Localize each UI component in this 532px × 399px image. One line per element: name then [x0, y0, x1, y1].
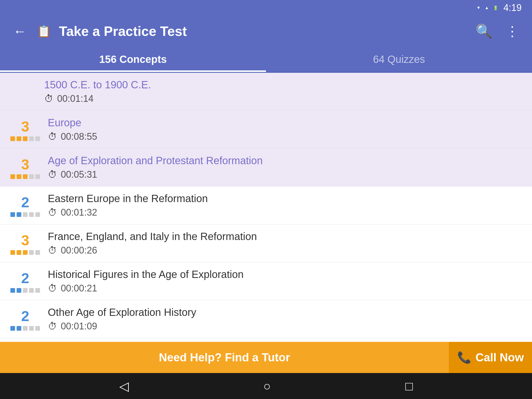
status-bar: ▼ ▲ 🔋 4:19 — [0, 0, 532, 16]
list-item[interactable]: 2Eastern Europe in the Reformation⏱00:01… — [0, 187, 532, 224]
status-time: 4:19 — [503, 2, 522, 13]
item-meta: ⏱00:01:14 — [44, 93, 522, 104]
item-info: Historical Figures in the Age of Explora… — [48, 269, 522, 294]
clock-icon: ⏱ — [48, 207, 57, 218]
app-bar-title: Take a Practice Test — [59, 23, 465, 39]
wifi-icon: ▼ — [476, 5, 481, 10]
item-info: Other Age of Exploration History⏱00:01:0… — [48, 307, 522, 332]
call-now-text: Call Now — [476, 351, 524, 364]
doc-icon: 📋 — [37, 24, 51, 38]
item-meta: ⏱00:05:31 — [48, 169, 522, 180]
content-list: 1500 C.E. to 1900 C.E.⏱00:01:143Europe⏱0… — [0, 73, 532, 342]
tab-quizzes[interactable]: 64 Quizzes — [266, 47, 532, 72]
clock-icon: ⏱ — [48, 131, 57, 142]
clock-icon: ⏱ — [48, 245, 57, 256]
search-button[interactable]: 🔍 — [473, 21, 495, 42]
list-item[interactable]: 3France, England, and Italy in the Refor… — [0, 224, 532, 262]
item-info: France, England, and Italy in the Reform… — [48, 231, 522, 256]
item-title: Other Age of Exploration History — [48, 307, 522, 318]
item-title: Europe — [48, 117, 522, 129]
list-item[interactable]: 2Other Reformation History⏱00:01:03 — [0, 338, 532, 342]
clock-icon: ⏱ — [48, 283, 57, 294]
score-badge: 2 — [10, 270, 40, 293]
battery-icon: 🔋 — [493, 5, 498, 10]
item-time: 00:00:21 — [61, 283, 97, 294]
item-title: Eastern Europe in the Reformation — [48, 193, 522, 204]
score-badge: 3 — [10, 156, 40, 179]
clock-icon: ⏱ — [48, 169, 57, 180]
bottom-banner: Need Help? Find a Tutor 📞 Call Now — [0, 342, 532, 373]
clock-icon: ⏱ — [48, 321, 57, 332]
list-item[interactable]: 3Europe⏱00:08:55 — [0, 111, 532, 149]
item-title: Historical Figures in the Age of Explora… — [48, 269, 522, 280]
tab-concepts[interactable]: 156 Concepts — [0, 47, 266, 72]
item-time: 00:05:31 — [61, 169, 97, 180]
score-badge: 2 — [10, 194, 40, 217]
status-icons: ▼ ▲ 🔋 — [476, 5, 498, 10]
item-meta: ⏱00:08:55 — [48, 131, 522, 142]
item-meta: ⏱00:00:26 — [48, 245, 522, 256]
score-badge: 3 — [10, 232, 40, 255]
item-time: 00:08:55 — [61, 131, 97, 142]
list-item[interactable]: 2Other Age of Exploration History⏱00:01:… — [0, 300, 532, 338]
item-title: France, England, and Italy in the Reform… — [48, 231, 522, 242]
score-badge: 2 — [10, 308, 40, 331]
nav-bar: ◁ ○ □ — [0, 373, 532, 399]
item-meta: ⏱00:00:21 — [48, 283, 522, 294]
item-time: 00:00:26 — [61, 245, 97, 256]
item-info: Age of Exploration and Protestant Reform… — [48, 155, 522, 180]
call-now-button[interactable]: 📞 Call Now — [449, 342, 532, 373]
nav-recents-button[interactable]: □ — [405, 379, 413, 393]
find-tutor-button[interactable]: Need Help? Find a Tutor — [0, 342, 449, 373]
list-item[interactable]: 1500 C.E. to 1900 C.E.⏱00:01:14 — [0, 73, 532, 111]
nav-home-button[interactable]: ○ — [263, 379, 271, 393]
score-badge: 3 — [10, 118, 40, 141]
item-info: Europe⏱00:08:55 — [48, 117, 522, 142]
item-title: Age of Exploration and Protestant Reform… — [48, 155, 522, 167]
phone-icon: 📞 — [457, 351, 471, 364]
item-info: 1500 C.E. to 1900 C.E.⏱00:01:14 — [44, 79, 522, 104]
item-time: 00:01:09 — [61, 321, 97, 332]
list-item[interactable]: 3Age of Exploration and Protestant Refor… — [0, 149, 532, 187]
item-meta: ⏱00:01:32 — [48, 207, 522, 218]
item-info: Eastern Europe in the Reformation⏱00:01:… — [48, 193, 522, 218]
tab-bar: 156 Concepts 64 Quizzes — [0, 47, 532, 73]
item-title: 1500 C.E. to 1900 C.E. — [44, 79, 522, 91]
back-button[interactable]: ← — [10, 21, 29, 42]
list-item[interactable]: 2Historical Figures in the Age of Explor… — [0, 262, 532, 300]
item-time: 00:01:32 — [61, 207, 97, 218]
app-bar: ← 📋 Take a Practice Test 🔍 ⋮ — [0, 16, 532, 47]
item-meta: ⏱00:01:09 — [48, 321, 522, 332]
item-time: 00:01:14 — [57, 93, 94, 104]
nav-back-button[interactable]: ◁ — [119, 379, 129, 393]
signal-icon: ▲ — [485, 5, 489, 10]
more-button[interactable]: ⋮ — [503, 21, 522, 42]
clock-icon: ⏱ — [44, 93, 54, 104]
